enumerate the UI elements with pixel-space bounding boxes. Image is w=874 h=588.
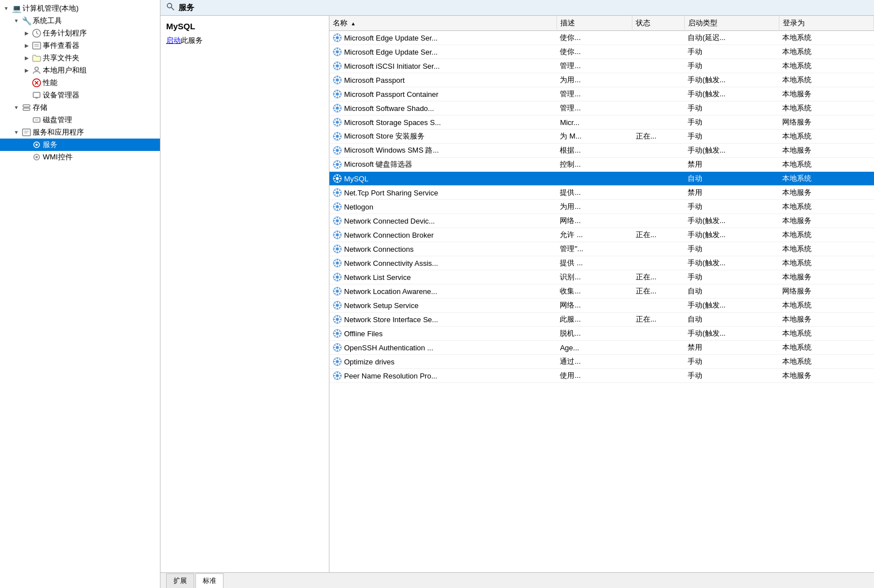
sidebar-label: 服务 bbox=[43, 140, 57, 150]
cell-login: 网络服务 bbox=[779, 284, 873, 299]
cell-desc: 脱机... bbox=[556, 327, 632, 341]
svg-rect-151 bbox=[340, 206, 341, 207]
sidebar-item-event-viewer[interactable]: ▶ 事件查看器 bbox=[0, 39, 160, 52]
table-row[interactable]: Net.Tcp Port Sharing Service提供...禁用本地服务 bbox=[329, 186, 874, 200]
svg-point-137 bbox=[336, 191, 338, 194]
tab-standard[interactable]: 标准 bbox=[195, 573, 224, 588]
sidebar-item-system-tools[interactable]: ▼ 🔧 系统工具 bbox=[0, 15, 160, 27]
table-row[interactable]: Microsoft Store 安装服务为 M...正在...手动本地系统 bbox=[329, 130, 874, 144]
svg-rect-138 bbox=[337, 189, 338, 190]
table-row[interactable]: Optimize drives通过...手动本地系统 bbox=[329, 355, 874, 369]
cell-login: 本地系统 bbox=[779, 256, 873, 270]
col-header-desc[interactable]: 描述 bbox=[556, 16, 632, 31]
sidebar-label: 服务和应用程序 bbox=[33, 127, 84, 137]
cell-desc: 为 M... bbox=[556, 130, 632, 144]
disk-icon bbox=[32, 115, 42, 125]
svg-rect-241 bbox=[340, 333, 341, 334]
svg-rect-17 bbox=[23, 129, 30, 136]
svg-rect-91 bbox=[340, 122, 341, 123]
svg-rect-81 bbox=[340, 108, 341, 109]
svg-rect-68 bbox=[337, 90, 338, 92]
tab-extended[interactable]: 扩展 bbox=[166, 573, 194, 588]
svg-point-23 bbox=[35, 156, 38, 158]
table-row[interactable]: Network Location Awarene...收集...正在...自动网… bbox=[329, 284, 874, 299]
table-row[interactable]: Network Connection Broker允许 ...正在...手动(触… bbox=[329, 228, 874, 242]
table-row[interactable]: Network Connectivity Assis...提供 ...手动(触发… bbox=[329, 256, 874, 270]
svg-rect-201 bbox=[340, 277, 341, 278]
svg-rect-129 bbox=[337, 181, 338, 182]
svg-rect-49 bbox=[337, 68, 338, 70]
svg-point-24 bbox=[167, 3, 172, 8]
services-header: 服务 bbox=[160, 0, 874, 16]
table-row[interactable]: OpenSSH Authentication ...Age...禁用本地系统 bbox=[329, 341, 874, 355]
table-row[interactable]: Microsoft Edge Update Ser...使你...手动本地系统 bbox=[329, 45, 874, 59]
table-row[interactable]: Microsoft Windows SMS 路...根据...手动(触发...本… bbox=[329, 144, 874, 158]
cell-status bbox=[632, 355, 684, 369]
cell-name: Network Setup Service bbox=[329, 299, 556, 313]
col-header-login[interactable]: 登录为 bbox=[779, 16, 873, 31]
svg-rect-100 bbox=[333, 136, 335, 137]
sidebar-item-wmi[interactable]: ▶ WMI控件 bbox=[0, 151, 160, 163]
svg-rect-48 bbox=[337, 62, 338, 64]
sidebar-item-shared-folders[interactable]: ▶ 共享文件夹 bbox=[0, 52, 160, 64]
svg-rect-110 bbox=[333, 150, 335, 151]
col-header-status[interactable]: 状态 bbox=[632, 16, 684, 31]
table-row[interactable]: Microsoft Passport Container管理...手动(触发..… bbox=[329, 87, 874, 101]
cell-name: Microsoft Storage Spaces S... bbox=[329, 115, 556, 130]
services-table-wrapper[interactable]: 名称 ▲ 描述 状态 启动类型 登录为 bbox=[329, 16, 874, 572]
svg-rect-230 bbox=[333, 319, 335, 320]
sidebar-item-local-users[interactable]: ▶ 本地用户和组 bbox=[0, 64, 160, 77]
sidebar-label: 性能 bbox=[43, 78, 57, 88]
table-row[interactable]: Network Store Interface Se...此服...正在...自… bbox=[329, 313, 874, 327]
svg-rect-270 bbox=[333, 375, 335, 376]
sidebar-item-performance[interactable]: ▶ 性能 bbox=[0, 77, 160, 89]
table-row[interactable]: Microsoft Software Shado...管理...手动本地系统 bbox=[329, 101, 874, 115]
svg-rect-269 bbox=[337, 378, 338, 380]
svg-rect-229 bbox=[337, 322, 338, 323]
sidebar-item-services[interactable]: ▶ 服务 bbox=[0, 139, 160, 151]
table-row[interactable]: Microsoft 键盘筛选器控制...禁用本地系统 bbox=[329, 158, 874, 172]
sidebar-label: 事件查看器 bbox=[43, 41, 79, 51]
svg-rect-189 bbox=[337, 265, 338, 267]
svg-rect-120 bbox=[333, 164, 335, 165]
table-row[interactable]: Microsoft Storage Spaces S...Micr...手动网络… bbox=[329, 115, 874, 130]
sidebar-item-device-manager[interactable]: ▶ 设备管理器 bbox=[0, 89, 160, 101]
sidebar-item-disk-management[interactable]: ▶ 磁盘管理 bbox=[0, 114, 160, 126]
cell-startup: 手动(触发... bbox=[684, 228, 779, 242]
svg-rect-149 bbox=[337, 209, 338, 211]
table-row[interactable]: Netlogon为用...手动本地系统 bbox=[329, 200, 874, 214]
svg-rect-130 bbox=[333, 178, 335, 179]
table-row[interactable]: Microsoft Edge Update Ser...使你...自动(延迟..… bbox=[329, 31, 874, 45]
table-row[interactable]: Network Setup Service网络...手动(触发...本地系统 bbox=[329, 299, 874, 313]
cell-login: 本地服务 bbox=[779, 144, 873, 158]
cell-name: Network Connectivity Assis... bbox=[329, 256, 556, 270]
users-icon bbox=[32, 65, 42, 75]
cell-login: 本地系统 bbox=[779, 200, 873, 214]
table-row[interactable]: Network Connected Devic...网络...手动(触发...本… bbox=[329, 214, 874, 228]
table-row[interactable]: Network List Service识别...正在...手动本地服务 bbox=[329, 270, 874, 284]
svg-rect-13 bbox=[23, 105, 30, 107]
sidebar-item-root[interactable]: ▼ 💻 计算机管理(本地) bbox=[0, 2, 160, 15]
cell-name: Network Connected Devic... bbox=[329, 214, 556, 228]
sidebar-item-storage[interactable]: ▼ 存储 bbox=[0, 101, 160, 114]
cell-name: Microsoft Passport Container bbox=[329, 87, 556, 101]
table-row[interactable]: Microsoft iSCSI Initiator Ser...管理...手动本… bbox=[329, 59, 874, 73]
sidebar-item-task-scheduler[interactable]: ▶ 任务计划程序 bbox=[0, 27, 160, 39]
table-row[interactable]: MySQL自动本地系统 bbox=[329, 172, 874, 186]
svg-rect-221 bbox=[340, 305, 341, 306]
table-row[interactable]: Microsoft Passport为用...手动(触发...本地系统 bbox=[329, 73, 874, 87]
table-row[interactable]: Network Connections管理"...手动本地系统 bbox=[329, 242, 874, 256]
cell-name: Peer Name Resolution Pro... bbox=[329, 369, 556, 383]
col-header-startup[interactable]: 启动类型 bbox=[684, 16, 779, 31]
sidebar-item-services-apps[interactable]: ▼ 服务和应用程序 bbox=[0, 126, 160, 139]
cell-desc: 管理... bbox=[556, 87, 632, 101]
sidebar-label: 设备管理器 bbox=[43, 90, 79, 100]
services-apps-icon bbox=[21, 127, 32, 137]
col-header-name[interactable]: 名称 ▲ bbox=[329, 16, 556, 31]
table-row[interactable]: Offline Files脱机...手动(触发...本地系统 bbox=[329, 327, 874, 341]
svg-rect-159 bbox=[337, 223, 338, 225]
start-service-link[interactable]: 启动 bbox=[166, 36, 181, 44]
cell-name: Microsoft iSCSI Initiator Ser... bbox=[329, 59, 556, 73]
table-row[interactable]: Peer Name Resolution Pro...使用...手动本地服务 bbox=[329, 369, 874, 383]
cell-login: 本地系统 bbox=[779, 341, 873, 355]
